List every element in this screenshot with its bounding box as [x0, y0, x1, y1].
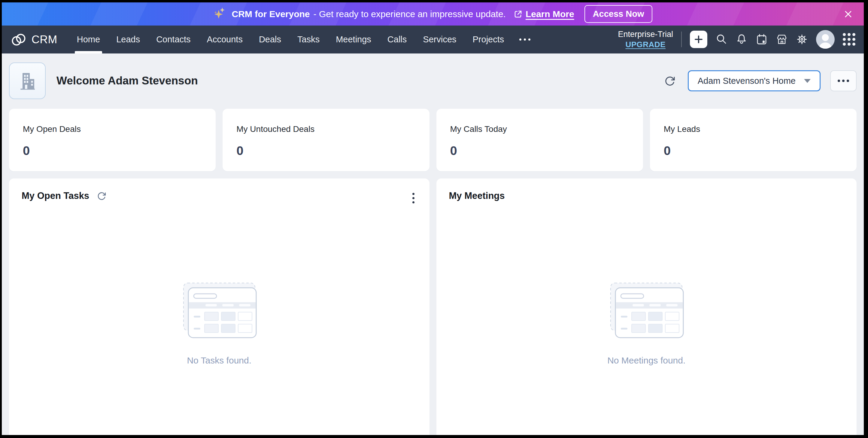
quick-create-button[interactable] [690, 31, 707, 48]
stat-card-open-deals[interactable]: My Open Deals 0 [9, 109, 216, 171]
banner-highlight: CRM for Everyone [232, 9, 310, 19]
panel-header: My Open Tasks [22, 190, 417, 201]
chevron-down-icon [804, 79, 811, 83]
panel-title: My Meetings [449, 190, 505, 201]
search-icon[interactable] [715, 33, 727, 45]
banner-message: CRM for Everyone - Get ready to experien… [232, 9, 506, 19]
refresh-icon[interactable] [664, 75, 676, 87]
refresh-icon[interactable] [97, 191, 106, 201]
panel-my-meetings: My Meetings [436, 179, 857, 435]
empty-state: No Meetings found. [449, 282, 844, 366]
stat-cards-row: My Open Deals 0 My Untouched Deals 0 My … [9, 109, 857, 171]
nav-item-deals[interactable]: Deals [251, 26, 289, 54]
gear-icon[interactable] [796, 33, 808, 45]
nav-item-projects[interactable]: Projects [465, 26, 513, 54]
trial-block: Enterprise-Trial UPGRADE [618, 29, 673, 50]
apps-grid-icon[interactable] [843, 33, 856, 46]
nav-item-calls[interactable]: Calls [379, 26, 415, 54]
nav-item-home[interactable]: Home [69, 26, 108, 54]
welcome-header: Welcome Adam Stevenson Adam Stevenson's … [2, 54, 864, 107]
calendar-icon[interactable] [756, 33, 768, 45]
empty-meetings-illustration [603, 282, 690, 343]
nav-item-services[interactable]: Services [415, 26, 464, 54]
nav-item-tasks[interactable]: Tasks [289, 26, 328, 54]
crm-window: CRM for Everyone - Get ready to experien… [2, 2, 864, 435]
nav-item-meetings[interactable]: Meetings [328, 26, 379, 54]
panel-header: My Meetings [449, 190, 844, 201]
welcome-actions: Adam Stevenson's Home [664, 70, 857, 91]
access-now-button[interactable]: Access Now [585, 5, 653, 23]
navbar-right: Enterprise-Trial UPGRADE [618, 29, 856, 50]
close-icon[interactable] [844, 10, 852, 18]
nav-more-ellipsis-icon[interactable] [512, 26, 538, 54]
plus-icon [694, 35, 704, 44]
bell-icon[interactable] [736, 33, 748, 45]
empty-state: No Tasks found. [22, 282, 417, 366]
page-title: Welcome Adam Stevenson [57, 74, 198, 87]
panel-title: My Open Tasks [22, 190, 89, 201]
stat-value: 0 [664, 144, 843, 158]
home-selector-dropdown[interactable]: Adam Stevenson's Home [688, 70, 820, 91]
upgrade-link[interactable]: UPGRADE [618, 40, 673, 50]
stat-title: My Leads [664, 124, 843, 134]
stat-card-untouched-deals[interactable]: My Untouched Deals 0 [222, 109, 429, 171]
dashboard-panels: My Open Tasks [9, 179, 857, 435]
nav-item-contacts[interactable]: Contacts [148, 26, 198, 54]
marketplace-icon[interactable] [776, 33, 788, 45]
top-navbar: CRM Home Leads Contacts Accounts Deals T… [2, 26, 864, 54]
avatar[interactable] [816, 30, 835, 49]
stat-title: My Open Deals [23, 124, 202, 134]
stat-value: 0 [236, 144, 415, 158]
trial-plan-label: Enterprise-Trial [618, 29, 673, 40]
learn-more-label: Learn More [526, 9, 574, 19]
stat-title: My Calls Today [450, 124, 629, 134]
nav-items: Home Leads Contacts Accounts Deals Tasks… [69, 26, 538, 54]
nav-item-accounts[interactable]: Accounts [199, 26, 251, 54]
stat-title: My Untouched Deals [236, 124, 415, 134]
stat-card-calls-today[interactable]: My Calls Today 0 [436, 109, 643, 171]
nav-divider [681, 32, 682, 47]
stat-value: 0 [23, 144, 202, 158]
stat-value: 0 [450, 144, 629, 158]
nav-item-leads[interactable]: Leads [108, 26, 148, 54]
empty-message: No Tasks found. [187, 355, 251, 366]
building-icon [9, 62, 45, 99]
crm-logo[interactable]: CRM [10, 32, 57, 47]
logo-text: CRM [32, 33, 57, 46]
learn-more-link[interactable]: Learn More [514, 9, 574, 19]
zoho-rings-icon [10, 32, 27, 47]
sparkles-icon [213, 6, 226, 22]
external-link-icon [514, 10, 523, 19]
more-horizontal-icon[interactable] [830, 70, 857, 91]
panel-my-open-tasks: My Open Tasks [9, 179, 430, 435]
empty-tasks-illustration [176, 282, 263, 343]
empty-message: No Meetings found. [607, 355, 685, 366]
banner-message-text: - Get ready to experience an impressive … [314, 9, 506, 19]
home-selector-value: Adam Stevenson's Home [698, 76, 796, 86]
stat-card-my-leads[interactable]: My Leads 0 [650, 109, 857, 171]
promo-banner: CRM for Everyone - Get ready to experien… [2, 2, 864, 26]
more-vertical-icon[interactable] [410, 191, 416, 205]
